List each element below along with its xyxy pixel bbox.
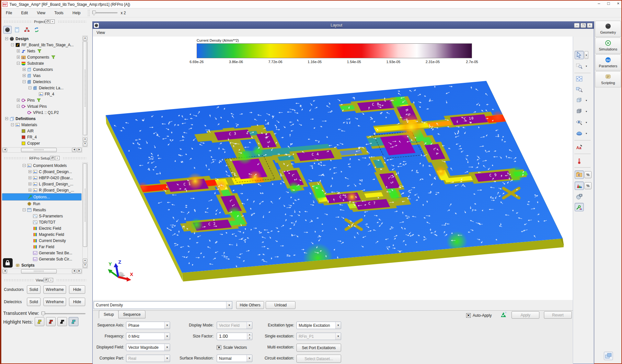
layout-menu-view[interactable]: View (93, 29, 109, 36)
conductors-solid-button[interactable]: Solid (27, 285, 40, 294)
displayed-field-select[interactable]: Vector Magnitude▼ (126, 344, 170, 351)
expander-icon[interactable]: − (17, 62, 20, 65)
layout-close-button[interactable]: × (587, 23, 593, 28)
zoom-region-button[interactable] (575, 62, 584, 70)
layout-restore-button[interactable]: ❐ (581, 23, 586, 28)
board-3d-view[interactable]: C 1C 2C 3R 3C 4L 2L 1C 5C 7L 3C 8R 6C 10… (93, 37, 573, 300)
translucent-view-slider[interactable] (41, 313, 86, 314)
tree-item-nets[interactable]: +Nets (2, 48, 82, 54)
auto-apply-checkbox[interactable]: ✕ (466, 313, 471, 318)
component-display-button[interactable]: C (575, 171, 584, 179)
rfpro-tree-vscrollbar[interactable]: ▲ ▼ (82, 162, 88, 269)
float-panel-button[interactable] (43, 278, 48, 282)
highlight-net-2-button[interactable] (46, 317, 56, 326)
cube-solid-button[interactable] (575, 107, 584, 116)
zoom-box-button[interactable] (575, 85, 584, 94)
view-capture-button[interactable] (575, 193, 584, 201)
menu-edit[interactable]: Edit (17, 9, 32, 17)
expander-icon[interactable]: − (5, 37, 8, 40)
result-selector-combo[interactable]: Current Density ▼ (94, 301, 232, 309)
annotation-text-button[interactable]: Aa (575, 143, 584, 152)
tree-item-materials[interactable]: −Materials (2, 122, 82, 128)
revert-button[interactable]: Revert (544, 311, 572, 319)
tree-item-dielectric-la[interactable]: −Dielectric La... (2, 85, 82, 91)
expander-icon[interactable]: + (29, 170, 31, 173)
complex-part-select[interactable]: Real▼ (126, 355, 170, 362)
zoom-region-dropdown-icon[interactable]: ▼ (584, 65, 588, 67)
dock-tab-parameters[interactable]: f(x)Parameters (595, 54, 621, 71)
tree-item-scripts[interactable]: +Scripts (2, 262, 82, 268)
tree-item-r-board-design[interactable]: +R (Board_Design_... (2, 187, 82, 193)
field-cones-button[interactable] (575, 182, 584, 190)
tree-item-definitions[interactable]: −Definitions (2, 116, 82, 122)
cube-translucent-dropdown-icon[interactable]: ▼ (584, 99, 588, 102)
layout-minimize-button[interactable]: – (574, 23, 580, 28)
close-button[interactable]: × (617, 1, 619, 6)
fit-window-button[interactable] (575, 75, 584, 83)
component-display-percent-button[interactable]: % (584, 171, 592, 178)
highlight-net-3-button[interactable] (57, 317, 67, 326)
highlight-net-1-button[interactable] (35, 317, 44, 326)
highlight-net-4-button[interactable] (69, 317, 78, 326)
project-tree-hscrollbar[interactable]: ◀ ◀ ▶ (2, 147, 82, 153)
tree-item-generate-sub-cir[interactable]: +Generate Sub Cir... (2, 256, 82, 262)
tree-item-far-field[interactable]: +Far Field (2, 244, 82, 250)
filter-funnel-icon[interactable] (37, 98, 41, 102)
tree-item-c-board-design[interactable]: +C (Board_Design... (2, 169, 82, 175)
layers-icon[interactable] (604, 352, 613, 360)
tree-item-generate-test-be[interactable]: +Generate Test Be... (2, 250, 82, 256)
tree-item-dielectrics[interactable]: −Dielectrics (2, 79, 82, 85)
tree-item-vpin1-q1-p2[interactable]: +VPin1 :: Q1.P2 (2, 109, 82, 116)
tree-item-pins[interactable]: +Pins (2, 97, 82, 103)
expander-icon[interactable]: + (29, 189, 31, 192)
single-excitation-select[interactable]: RFin_P1▼ (296, 333, 341, 340)
tree-item-options[interactable]: +Options... (2, 193, 82, 201)
tree-item-copper[interactable]: +Copper (2, 140, 82, 146)
rfpro-tree-hscrollbar[interactable]: ◀ ◀ ▶ (2, 269, 82, 274)
expander-icon[interactable]: + (29, 176, 31, 179)
tree-item-current-density[interactable]: +Current Density (2, 237, 82, 244)
close-panel-button[interactable]: × (50, 19, 55, 24)
tab-setup[interactable]: Setup (99, 310, 119, 318)
hierarchy-view-icon[interactable] (23, 26, 31, 34)
tree-item-results[interactable]: −Results (2, 207, 82, 213)
menu-view[interactable]: View (32, 9, 50, 17)
close-panel-button[interactable]: × (49, 278, 53, 282)
tree-item-magnetic-field[interactable]: +Magnetic Field (2, 231, 82, 237)
filter-funnel-icon[interactable] (51, 55, 55, 59)
cube-solid-dropdown-icon[interactable]: ▼ (584, 110, 588, 113)
cut-plane-dropdown-icon[interactable]: ▼ (584, 132, 588, 135)
tree-item-substrate[interactable]: −Substrate (2, 60, 82, 66)
tree-item-conductors[interactable]: +Conductors (2, 66, 82, 72)
thermometer-button[interactable] (575, 157, 584, 165)
conductors-hide-button[interactable]: Hide (69, 285, 85, 294)
cut-plane-button[interactable] (575, 129, 584, 138)
cube-translucent-button[interactable] (575, 96, 584, 105)
chevron-down-icon[interactable]: ▼ (335, 322, 341, 329)
field-tools-button[interactable] (575, 203, 584, 211)
expander-icon[interactable]: − (23, 164, 26, 167)
circuit-excitation-button[interactable]: Select Dataset... (296, 355, 341, 363)
dock-tab-geometry[interactable]: Geometry (595, 21, 621, 37)
expander-icon[interactable]: + (23, 68, 26, 71)
chevron-down-icon[interactable]: ▼ (226, 302, 232, 309)
menu-file[interactable]: File (1, 9, 17, 17)
chevron-down-icon[interactable]: ▼ (335, 333, 341, 340)
expander-icon[interactable]: − (29, 86, 31, 89)
dielectrics-wireframe-button[interactable]: Wireframe (43, 298, 66, 306)
select-cursor-button[interactable] (575, 51, 584, 59)
expander-icon[interactable]: + (17, 99, 20, 102)
minimize-button[interactable]: – (598, 1, 600, 6)
tree-item-tdr-tdt[interactable]: +TDR/TDT (2, 219, 82, 225)
document-view-icon[interactable] (13, 26, 21, 34)
expander-icon[interactable]: − (5, 117, 8, 120)
3d-field-canvas[interactable]: Current Density (A/mm**2) 6.69e-263.86e-… (93, 37, 573, 300)
expander-icon[interactable]: + (17, 56, 20, 59)
tree-item-s-parameters[interactable]: +S-Parameters (2, 213, 82, 219)
scale-vectors-checkbox[interactable]: ✕ (217, 345, 221, 350)
dock-tab-simulations[interactable]: Simulations (595, 38, 621, 54)
expander-icon[interactable]: + (29, 182, 31, 185)
conductors-wireframe-button[interactable]: Wireframe (43, 285, 66, 294)
tree-item-l-board-design[interactable]: +L (Board_Design_... (2, 181, 82, 187)
frequency-select[interactable]: 0 MHz▼ (126, 333, 170, 340)
